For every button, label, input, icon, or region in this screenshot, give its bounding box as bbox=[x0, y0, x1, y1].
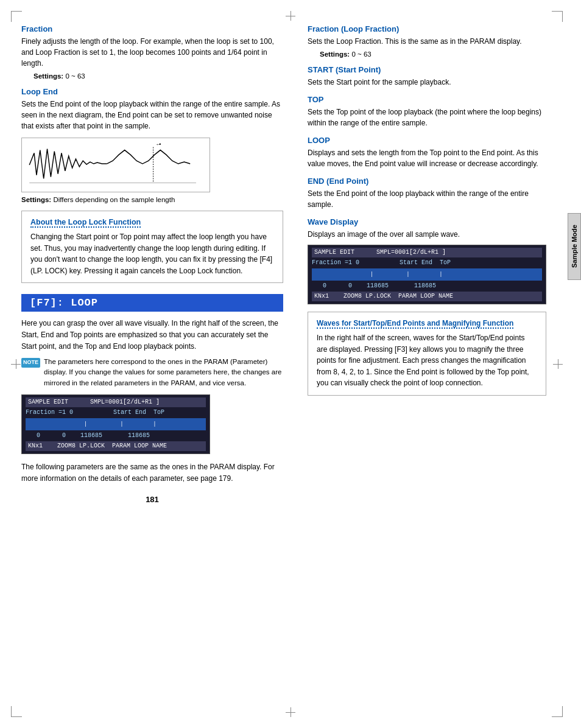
waves-box: Waves for Start/Top/End Points and Magni… bbox=[308, 312, 546, 396]
cross-top bbox=[286, 11, 295, 21]
start-heading: START (Start Point) bbox=[308, 65, 546, 74]
side-tab: Sample Mode bbox=[568, 213, 581, 280]
fraction-loop-section: Fraction (Loop Fraction) Sets the Loop F… bbox=[308, 24, 546, 58]
cross-left bbox=[11, 359, 21, 369]
corner-tl bbox=[11, 11, 22, 22]
note-icon: NOTE bbox=[21, 358, 40, 368]
cross-right bbox=[553, 359, 563, 369]
loop-lock-box: About the Loop Lock Function Changing th… bbox=[21, 211, 283, 283]
screen1-row3: 0 0 118685 118685 bbox=[26, 432, 206, 440]
end-heading: END (End Point) bbox=[308, 177, 546, 186]
fraction-loop-heading: Fraction (Loop Fraction) bbox=[308, 24, 546, 33]
loop-heading: LOOP bbox=[308, 136, 546, 145]
start-text: Sets the Start point for the sample play… bbox=[308, 77, 546, 88]
page: Sample Mode Fraction Finely adjusts the … bbox=[0, 0, 581, 728]
corner-bl bbox=[11, 706, 22, 717]
note-text: The parameters here correspond to the on… bbox=[44, 357, 283, 388]
screen2-row1: Fraction =1 0 Start End ToP bbox=[312, 259, 542, 267]
fraction-loop-settings-label: Settings: bbox=[320, 51, 350, 58]
f7-heading: [F7]: LOOP bbox=[21, 294, 283, 312]
cross-bottom bbox=[286, 707, 295, 717]
screen2-bottom-bar: KNx1 ZOOM8 LP.LOCK PARAM LOOP NAME bbox=[312, 292, 542, 301]
screen1-bottom-bar: KNx1 ZOOM8 LP.LOCK PARAM LOOP NAME bbox=[26, 441, 206, 451]
loop-end-settings-label: Settings: bbox=[21, 196, 51, 203]
loop-lock-text: Changing the Start point or Top point ma… bbox=[30, 231, 274, 276]
loop-lock-title: About the Loop Lock Function bbox=[30, 218, 141, 228]
corner-tr bbox=[552, 11, 563, 22]
screen1-row1: Fraction =1 0 Start End ToP bbox=[26, 408, 206, 417]
note-box: NOTE The parameters here correspond to t… bbox=[21, 357, 283, 388]
fraction-loop-text: Sets the Loop Fraction. This is the same… bbox=[308, 36, 546, 47]
loop-end-heading: Loop End bbox=[21, 87, 283, 96]
waves-text: In the right half of the screen, waves f… bbox=[317, 332, 537, 389]
wave-display-heading: Wave Display bbox=[308, 217, 546, 226]
end-section: END (End Point) Sets the End point of th… bbox=[308, 177, 546, 210]
fraction-text: Finely adjusts the length of the loop. F… bbox=[21, 36, 283, 69]
top-heading: TOP bbox=[308, 95, 546, 104]
screen2-row3: 0 0 118685 118685 bbox=[312, 282, 542, 290]
waveform-diagram: ← • bbox=[21, 138, 210, 192]
fraction-loop-settings: Settings: 0 ~ 63 bbox=[320, 51, 546, 58]
f7-intro: Here you can grasp the over all wave vis… bbox=[21, 318, 283, 352]
svg-text:•: • bbox=[159, 141, 161, 147]
fraction-settings-label: Settings: bbox=[33, 72, 63, 80]
left-column: Fraction Finely adjusts the length of th… bbox=[21, 24, 301, 704]
top-text: Sets the Top point of the loop playback … bbox=[308, 107, 546, 128]
loop-section: LOOP Displays and sets the length from t… bbox=[308, 136, 546, 169]
fraction-section: Fraction Finely adjusts the length of th… bbox=[21, 24, 283, 80]
footer-text: The following parameters are the same as… bbox=[21, 461, 283, 484]
screen2-top-bar: SAMPLE EDIT SMPL=0001[2/dL+R1 ] bbox=[312, 248, 542, 257]
right-column: Fraction (Loop Fraction) Sets the Loop F… bbox=[301, 24, 546, 704]
fraction-loop-settings-value: 0 ~ 63 bbox=[351, 51, 371, 58]
main-content: Fraction Finely adjusts the length of th… bbox=[0, 0, 568, 728]
fraction-settings: Settings: 0 ~ 63 bbox=[33, 72, 283, 80]
loop-text: Displays and sets the length from the To… bbox=[308, 147, 546, 169]
screen-display-1: SAMPLE EDIT SMPL=0001[2/dL+R1 ] Fraction… bbox=[21, 394, 210, 454]
screen-display-2: SAMPLE EDIT SMPL=0001[2/dL+R1 ] Fraction… bbox=[308, 245, 546, 304]
corner-br bbox=[552, 706, 563, 717]
top-section: TOP Sets the Top point of the loop playb… bbox=[308, 95, 546, 128]
wave-display-text: Displays an image of the over all sample… bbox=[308, 229, 546, 240]
start-section: START (Start Point) Sets the Start point… bbox=[308, 65, 546, 88]
end-text: Sets the End point of the loop playback … bbox=[308, 188, 546, 210]
page-number: 181 bbox=[21, 495, 283, 504]
waves-title: Waves for Start/Top/End Points and Magni… bbox=[317, 319, 513, 329]
loop-end-text: Sets the End point of the loop playback … bbox=[21, 99, 283, 131]
fraction-heading: Fraction bbox=[21, 24, 283, 33]
loop-end-settings: Settings: Differs depending on the sampl… bbox=[21, 196, 283, 203]
screen1-top-bar: SAMPLE EDIT SMPL=0001[2/dL+R1 ] bbox=[26, 397, 206, 407]
wave-display-section: Wave Display Displays an image of the ov… bbox=[308, 217, 546, 304]
loop-end-section: Loop End Sets the End point of the loop … bbox=[21, 87, 283, 203]
